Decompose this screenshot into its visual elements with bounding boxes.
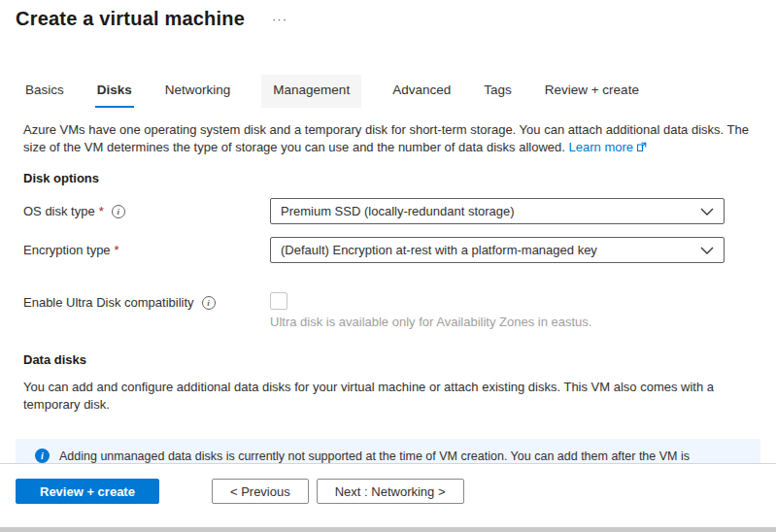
encryption-type-value: (Default) Encryption at-rest with a plat… [281,243,597,257]
os-disk-type-row: OS disk type * i Premium SSD (locally-re… [23,198,776,224]
required-asterisk: * [99,204,104,218]
ultra-disk-label: Enable Ultra Disk compatibility i [23,295,270,310]
encryption-type-row: Encryption type * (Default) Encryption a… [23,237,776,263]
footer-bar: Review + create < Previous Next : Networ… [0,463,776,527]
next-networking-button[interactable]: Next : Networking > [317,479,464,504]
chevron-down-icon [700,208,714,216]
learn-more-link[interactable]: Learn more [569,140,647,154]
data-disks-heading: Data disks [23,352,776,367]
info-icon[interactable]: i [202,296,216,310]
wizard-tabs: Basics Disks Networking Management Advan… [23,75,776,108]
disk-options-heading: Disk options [23,171,776,185]
os-disk-type-label: OS disk type * i [23,204,270,218]
tab-management[interactable]: Management [261,75,361,108]
external-link-icon [636,140,647,157]
tab-disks[interactable]: Disks [95,75,134,108]
ultra-disk-row: Enable Ultra Disk compatibility i Ultra … [23,292,776,329]
required-asterisk: * [115,243,119,257]
tab-basics[interactable]: Basics [23,75,66,108]
os-disk-type-value: Premium SSD (locally-redundant storage) [281,204,515,218]
data-disks-description: You can add and configure additional dat… [23,379,754,414]
tab-tags[interactable]: Tags [482,75,514,108]
info-filled-icon: i [35,449,50,463]
bottom-scrollbar-strip[interactable] [0,527,776,532]
ultra-disk-checkbox[interactable] [270,292,287,310]
tab-advanced[interactable]: Advanced [390,75,453,108]
page-header: Create a virtual machine ··· [0,0,776,30]
tab-networking[interactable]: Networking [163,75,233,108]
info-icon[interactable]: i [112,205,125,218]
disks-intro-text: Azure VMs have one operating system disk… [23,121,754,157]
os-disk-type-dropdown[interactable]: Premium SSD (locally-redundant storage) [270,198,725,224]
encryption-type-label: Encryption type * [23,243,270,257]
more-options-ellipsis[interactable]: ··· [272,12,287,26]
ultra-disk-control: Ultra disk is available only for Availab… [270,292,591,329]
encryption-type-dropdown[interactable]: (Default) Encryption at-rest with a plat… [270,237,725,263]
ultra-disk-helper-text: Ultra disk is available only for Availab… [270,315,591,329]
tab-review-create[interactable]: Review + create [543,75,641,108]
page-title: Create a virtual machine [16,8,245,30]
chevron-down-icon [700,247,714,254]
review-create-button[interactable]: Review + create [16,479,159,504]
previous-button[interactable]: < Previous [212,479,309,504]
